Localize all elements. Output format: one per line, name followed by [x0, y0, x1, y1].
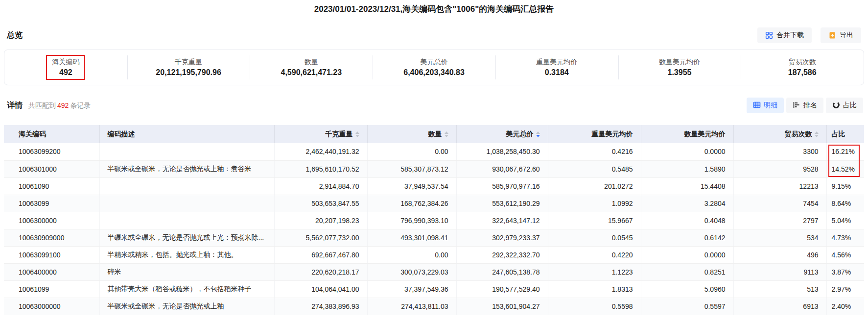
export-label: 导出: [840, 31, 853, 40]
cell-qty: 0.00: [367, 143, 456, 160]
cell-desc: [99, 143, 274, 160]
ranking-icon: [793, 101, 800, 110]
summary-card-label: 数量: [305, 57, 318, 66]
sort-carets-icon[interactable]: [355, 131, 359, 137]
view-button-label: 排名: [803, 101, 817, 110]
cell-trades: 496: [733, 246, 826, 263]
view-button-占比[interactable]: 占比: [826, 98, 863, 113]
table-row: 1006400000碎米220,620,218.17300,073,229.03…: [4, 263, 864, 280]
column-header-usd[interactable]: 美元总价: [456, 125, 548, 143]
view-button-排名[interactable]: 排名: [786, 98, 823, 113]
details-table: 海关编码编码描述千克重量数量美元总价重量美元均价数量美元均价贸易次数占比 100…: [4, 125, 864, 315]
column-label: 千克重量: [326, 130, 353, 139]
column-label: 占比: [832, 130, 845, 139]
cell-code: 10061099: [4, 280, 99, 298]
table-header-row: 海关编码编码描述千克重量数量美元总价重量美元均价数量美元均价贸易次数占比: [4, 125, 864, 143]
summary-card-inner: 重量美元均价0.3184: [530, 55, 583, 80]
summary-card-label: 千克重量: [175, 57, 202, 66]
summary-card-label: 海关编码: [52, 57, 79, 66]
cell-trades: 6913: [733, 298, 826, 315]
cell-qty-avg: 0.4048: [641, 212, 733, 229]
view-button-label: 明细: [764, 101, 777, 110]
sort-down-icon: [815, 135, 819, 137]
cell-code: 10061090: [4, 177, 99, 195]
cell-qty: 585,307,873.12: [367, 160, 456, 177]
export-button[interactable]: 导出: [821, 27, 861, 43]
summary-card-inner: 美元总价6,406,203,340.83: [398, 55, 470, 80]
merge-download-button[interactable]: 合并下载: [757, 27, 812, 43]
table-row: 100610902,914,884.7037,949,537.54585,970…: [4, 177, 864, 195]
column-header-trades[interactable]: 贸易次数: [733, 125, 826, 143]
cell-kg: 5,562,077,732.00: [274, 229, 367, 246]
cell-qty: 37,949,537.54: [367, 177, 456, 195]
overview-toolbar: 合并下载 导出: [757, 27, 861, 43]
summary-card-label: 重量美元均价: [536, 57, 577, 66]
cell-share: 16.21%: [826, 143, 864, 160]
table-row: 10061099其他带壳大米（稻谷或糙米），不包括稻米种子104,064,041…: [4, 280, 864, 298]
cell-trades: 3300: [733, 143, 826, 160]
summary-card-value: 0.3184: [545, 68, 569, 77]
cell-usd: 190,577,529.40: [456, 280, 548, 298]
summary-card: 海关编码492: [4, 50, 127, 85]
cell-share: 8.64%: [826, 195, 864, 212]
cell-share: 5.04%: [826, 212, 864, 229]
column-header-kg-avg: 重量美元均价: [548, 125, 641, 143]
summary-card: 美元总价6,406,203,340.83: [373, 50, 495, 85]
cell-kg: 104,064,041.00: [274, 280, 367, 298]
sort-carets-icon[interactable]: [536, 131, 540, 137]
sort-up-icon: [355, 131, 359, 134]
details-header-bar: 详情 共匹配到492条记录 明细排名占比: [7, 98, 863, 113]
cell-qty: 0.00: [367, 246, 456, 263]
cell-code: 10063099100: [4, 246, 99, 263]
column-label: 海关编码: [19, 130, 46, 139]
column-label: 美元总价: [506, 130, 534, 139]
table-body: 100630992002,462,440,191.320.001,038,258…: [4, 143, 864, 315]
cell-usd: 292,322,332.70: [456, 246, 548, 263]
cell-trades: 9528: [733, 160, 826, 177]
table-row: 10063099100半精米或精米，包括。抛光或上釉：其他。692,667,46…: [4, 246, 864, 263]
details-table-wrap: 海关编码编码描述千克重量数量美元总价重量美元均价数量美元均价贸易次数占比 100…: [4, 125, 864, 315]
view-button-明细[interactable]: 明细: [747, 98, 784, 113]
sort-carets-icon[interactable]: [445, 131, 448, 137]
cell-qty-avg: 15.4408: [641, 177, 733, 195]
pie-chart-icon: [832, 101, 840, 110]
summary-card: 千克重量20,121,195,790.96: [127, 50, 250, 85]
column-label: 贸易次数: [785, 130, 812, 139]
cell-qty-avg: 5.0960: [641, 280, 733, 298]
cell-qty: 274,413,811.03: [367, 298, 456, 315]
cell-code: 1006400000: [4, 263, 99, 280]
sort-carets-icon[interactable]: [815, 131, 819, 137]
summary-card: 贸易次数187,586: [741, 50, 864, 85]
column-header-qty[interactable]: 数量: [367, 125, 456, 143]
cell-qty-avg: 0.5597: [641, 298, 733, 315]
match-count-text: 共匹配到492条记录: [28, 101, 91, 110]
summary-card-value: 187,586: [788, 68, 817, 77]
table-icon: [753, 101, 761, 110]
column-header-share: 占比: [826, 125, 864, 143]
view-switcher: 明细排名占比: [747, 98, 863, 113]
summary-card: 数量4,590,621,471.23: [250, 50, 373, 85]
summary-card-value: 6,406,203,340.83: [403, 68, 465, 77]
summary-card-value: 4,590,621,471.23: [281, 68, 342, 77]
cell-kg: 2,462,440,191.32: [274, 143, 367, 160]
sort-down-icon: [445, 135, 448, 137]
column-header-kg[interactable]: 千克重量: [274, 125, 367, 143]
summary-card-inner: 千克重量20,121,195,790.96: [150, 55, 227, 80]
cell-kg: 503,653,847.55: [274, 195, 367, 212]
cell-qty: 300,073,229.03: [367, 263, 456, 280]
column-header-code: 海关编码: [4, 125, 99, 143]
cell-trades: 513: [733, 280, 826, 298]
export-file-icon: [828, 31, 836, 39]
cell-kg: 274,383,896.93: [274, 298, 367, 315]
cell-kg-avg: 0.4216: [548, 143, 641, 160]
cell-desc: [99, 195, 274, 212]
summary-card: 重量美元均价0.3184: [495, 50, 618, 85]
cell-code: 1006300000: [4, 212, 99, 229]
cell-kg-avg: 15.9667: [548, 212, 641, 229]
cell-kg: 2,914,884.70: [274, 177, 367, 195]
cell-kg-avg: 201.0272: [548, 177, 641, 195]
cell-desc: [99, 177, 274, 195]
cell-usd: 1,038,258,450.30: [456, 143, 548, 160]
details-section-title: 详情: [7, 101, 23, 111]
cell-kg-avg: 1.1223: [548, 263, 641, 280]
